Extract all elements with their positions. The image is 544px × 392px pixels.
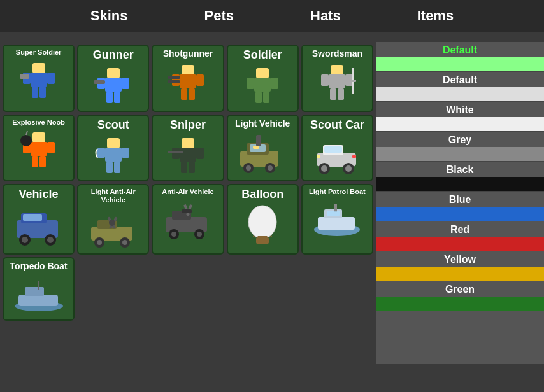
color-option-grey[interactable]: Grey xyxy=(376,132,544,162)
item-card-soldier[interactable]: Soldier xyxy=(227,45,299,112)
svg-rect-36 xyxy=(32,132,45,143)
color-option-blue[interactable]: Blue xyxy=(376,192,544,221)
svg-rect-48 xyxy=(106,162,113,173)
color-label-grey: Grey xyxy=(376,132,544,147)
nav-item-skins[interactable]: Skins xyxy=(52,5,166,27)
item-card-anti-air-vehicle[interactable]: Anti-Air Vehicle xyxy=(152,184,224,254)
color-swatch-grey xyxy=(376,147,544,161)
color-option-white[interactable]: White xyxy=(376,102,544,132)
svg-rect-111 xyxy=(327,211,340,216)
item-card-gunner[interactable]: Gunner xyxy=(77,45,149,112)
svg-rect-54 xyxy=(181,162,187,173)
svg-rect-73 xyxy=(317,155,320,158)
item-card-balloon[interactable]: Balloon xyxy=(227,184,299,254)
svg-rect-37 xyxy=(31,142,47,156)
item-card-light-patrol-boat[interactable]: Light Patrol Boat xyxy=(301,184,373,254)
color-swatch-yellow xyxy=(376,267,544,281)
tier-title xyxy=(0,37,544,42)
nav-item-hats[interactable]: Hats xyxy=(272,5,379,27)
svg-rect-11 xyxy=(106,92,113,103)
nav-item-items[interactable]: Items xyxy=(379,5,492,27)
svg-rect-53 xyxy=(196,148,204,159)
svg-rect-101 xyxy=(258,236,267,237)
svg-rect-1 xyxy=(31,73,47,87)
item-label-vehicle: Vehicle xyxy=(6,188,71,202)
item-image-light-patrol-boat xyxy=(311,197,362,242)
svg-rect-81 xyxy=(23,214,42,221)
stats-bar xyxy=(0,32,544,37)
color-option-black[interactable]: Black xyxy=(376,162,544,192)
svg-rect-7 xyxy=(107,68,120,78)
item-card-sniper[interactable]: Sniper xyxy=(152,115,224,182)
svg-rect-35 xyxy=(350,80,356,82)
svg-rect-114 xyxy=(25,287,44,296)
item-label-torpedo-boat: Torpedo Boat xyxy=(6,261,71,272)
item-card-shotgunner[interactable]: Shotgunner xyxy=(152,45,224,112)
item-label-swordsman: Swordsman xyxy=(305,48,369,59)
item-label-light-anti-air: Light Anti-Air Vehicle xyxy=(81,188,145,204)
item-card-swordsman[interactable]: Swordsman xyxy=(301,45,373,112)
item-label-anti-air-vehicle: Anti-Air Vehicle xyxy=(155,188,220,196)
nav-item-pets[interactable]: Pets xyxy=(166,5,272,27)
color-swatch-green xyxy=(376,297,544,311)
color-label-green: Green xyxy=(376,281,544,297)
item-image-anti-air-vehicle xyxy=(162,197,213,242)
item-label-light-vehicle: Light Vehicle xyxy=(231,118,295,129)
item-card-torpedo-boat[interactable]: Torpedo Boat xyxy=(3,257,75,321)
svg-rect-51 xyxy=(180,148,196,162)
item-image-vehicle xyxy=(13,203,64,248)
item-card-super-soldier[interactable]: Super Soldier xyxy=(3,45,75,112)
item-image-swordsman xyxy=(311,60,362,105)
item-image-super-soldier xyxy=(13,58,64,102)
svg-rect-28 xyxy=(331,65,343,75)
item-card-light-vehicle[interactable]: Light Vehicle xyxy=(227,115,299,182)
svg-rect-18 xyxy=(181,88,187,100)
svg-point-62 xyxy=(268,165,273,171)
item-card-explosive-noob[interactable]: Explosive Noob xyxy=(3,115,75,182)
svg-rect-49 xyxy=(114,162,120,173)
svg-rect-3 xyxy=(47,73,55,84)
svg-rect-33 xyxy=(338,88,344,100)
item-card-light-anti-air[interactable]: Light Anti-Air Vehicle xyxy=(77,184,149,254)
color-option-default-selected[interactable]: Default xyxy=(376,42,544,72)
svg-rect-56 xyxy=(168,151,183,153)
svg-point-85 xyxy=(97,240,102,245)
svg-rect-44 xyxy=(107,138,120,148)
color-label-red: Red xyxy=(376,221,544,237)
svg-rect-39 xyxy=(47,142,55,153)
item-image-gunner xyxy=(88,64,139,108)
color-label-white: White xyxy=(376,102,544,117)
color-option-yellow[interactable]: Yellow xyxy=(376,251,544,281)
item-label-scout: Scout xyxy=(81,118,145,132)
main-content: Super Soldier Gunner Shotgunner xyxy=(0,42,544,364)
item-image-balloon xyxy=(237,203,288,248)
svg-rect-32 xyxy=(330,88,336,100)
item-image-light-anti-air xyxy=(88,206,139,251)
svg-rect-99 xyxy=(182,209,192,213)
item-label-soldier: Soldier xyxy=(231,48,295,62)
top-navigation: SkinsPetsHatsItems xyxy=(0,0,544,32)
item-card-vehicle[interactable]: Vehicle xyxy=(3,184,75,254)
svg-rect-115 xyxy=(38,281,39,290)
color-option-red[interactable]: Red xyxy=(376,221,544,251)
color-swatch-blue xyxy=(376,207,544,221)
item-image-light-vehicle xyxy=(237,130,288,174)
color-swatch-white xyxy=(376,117,544,131)
svg-rect-72 xyxy=(324,146,342,153)
svg-rect-14 xyxy=(182,65,194,75)
item-label-gunner: Gunner xyxy=(81,48,145,62)
svg-rect-26 xyxy=(255,92,262,103)
svg-rect-27 xyxy=(263,92,269,103)
svg-point-96 xyxy=(197,232,202,237)
color-option-default[interactable]: Default xyxy=(376,72,544,102)
svg-rect-47 xyxy=(122,148,129,158)
item-card-scout-car[interactable]: Scout Car xyxy=(301,115,373,182)
item-image-soldier xyxy=(237,64,288,108)
svg-rect-25 xyxy=(271,78,278,89)
item-card-scout[interactable]: Scout xyxy=(77,115,149,182)
color-swatch-red xyxy=(376,237,544,251)
color-option-green[interactable]: Green xyxy=(376,281,544,311)
item-image-scout-car xyxy=(311,133,362,178)
color-swatch-default xyxy=(376,87,544,101)
svg-rect-15 xyxy=(180,74,196,88)
